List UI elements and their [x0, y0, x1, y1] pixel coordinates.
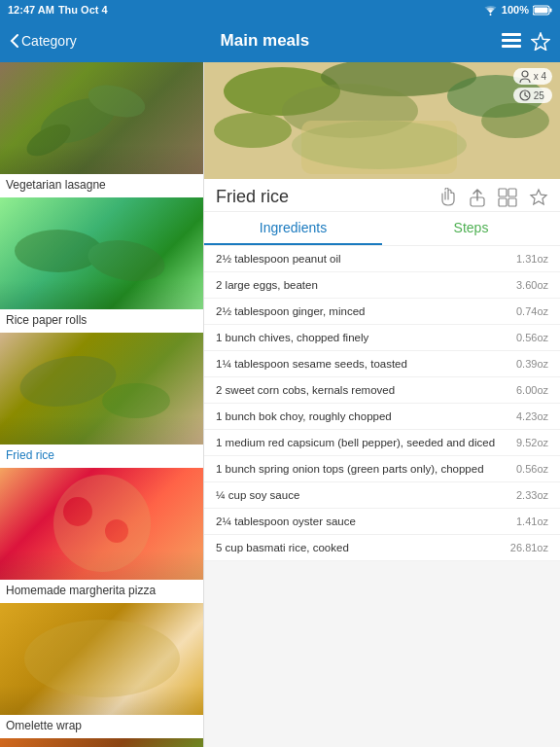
- status-bar: 12:47 AM Thu Oct 4 100%: [0, 0, 560, 19]
- svg-rect-2: [550, 8, 552, 12]
- sidebar-item-fried-rice[interactable]: Fried rice: [0, 333, 204, 468]
- ingredient-amount: 1.41oz: [516, 516, 548, 527]
- svg-point-36: [522, 71, 528, 77]
- ingredient-row: 2½ tablespoon ginger, minced0.74oz: [204, 299, 560, 325]
- ingredients-list: 2½ tablespoon peanut oil1.31oz2 large eg…: [204, 246, 560, 747]
- svg-point-35: [292, 121, 467, 169]
- time-value: 25: [534, 90, 544, 101]
- svg-rect-5: [502, 39, 521, 42]
- ingredient-name: 5 cup basmati rice, cooked: [216, 542, 510, 553]
- ingredient-amount: 2.33oz: [516, 489, 548, 501]
- svg-point-17: [24, 620, 180, 697]
- svg-rect-3: [535, 7, 548, 13]
- person-icon: [519, 70, 531, 83]
- status-bar-left: 12:47 AM Thu Oct 4: [8, 4, 108, 16]
- recipe-title-icons: [439, 188, 548, 207]
- status-battery: 100%: [502, 4, 529, 16]
- status-bar-right: 100%: [483, 4, 552, 16]
- ingredient-name: 1 medium red capsicum (bell pepper), see…: [216, 437, 516, 448]
- ingredient-name: ¼ cup soy sauce: [216, 489, 516, 501]
- time-badge: 25: [513, 88, 552, 103]
- star-icon[interactable]: [531, 32, 550, 51]
- content-panel: x 4 25 Fried rice: [204, 62, 560, 747]
- ingredient-row: 2½ tablespoon peanut oil1.31oz: [204, 246, 560, 272]
- nav-icons: [502, 32, 550, 51]
- sidebar-item-omelette[interactable]: Omelette wrap: [0, 603, 204, 738]
- svg-point-32: [214, 113, 292, 148]
- ingredient-amount: 0.56oz: [516, 332, 548, 343]
- ingredient-row: 2 sweet corn cobs, kernals removed6.00oz: [204, 377, 560, 404]
- ingredient-row: 1 bunch bok choy, roughly chopped4.23oz: [204, 404, 560, 430]
- sidebar-label-rice-rolls: Rice paper rolls: [0, 309, 204, 333]
- sidebar-label-omelette: Omelette wrap: [0, 715, 204, 738]
- ingredient-amount: 4.23oz: [516, 410, 548, 422]
- ingredient-row: 5 cup basmati rice, cooked26.81oz: [204, 535, 560, 561]
- main-layout: Vegetarian lasagne Rice paper rolls: [0, 62, 560, 747]
- tab-steps[interactable]: Steps: [382, 212, 560, 245]
- ingredient-row: 1 bunch chives, chopped finely0.56oz: [204, 325, 560, 351]
- svg-rect-4: [502, 33, 521, 36]
- recipe-title-bar: Fried rice: [204, 179, 560, 212]
- tab-ingredients[interactable]: Ingredients: [204, 212, 382, 245]
- ingredient-name: 1¼ tablespoon sesame seeds, toasted: [216, 358, 516, 370]
- ingredient-name: 2½ tablespoon peanut oil: [216, 253, 516, 265]
- svg-rect-6: [502, 45, 521, 48]
- status-time: 12:47 AM: [8, 4, 54, 16]
- hero-badges: x 4 25: [513, 68, 552, 103]
- ingredient-amount: 0.74oz: [516, 305, 548, 317]
- serving-count: x 4: [534, 71, 546, 82]
- wifi-icon: [483, 5, 498, 16]
- sidebar-label-pizza: Homemade margherita pizza: [0, 580, 204, 603]
- sidebar-item-pizza[interactable]: Homemade margherita pizza: [0, 468, 204, 603]
- hero-image: x 4 25: [204, 62, 560, 179]
- ingredient-name: 2 sweet corn cobs, kernals removed: [216, 384, 516, 396]
- share-icon[interactable]: [469, 188, 486, 207]
- svg-point-16: [105, 519, 128, 543]
- ingredient-row: ¼ cup soy sauce2.33oz: [204, 482, 560, 509]
- ingredient-row: 1 bunch spring onion tops (green parts o…: [204, 456, 560, 482]
- ingredient-row: 2 large eggs, beaten3.60oz: [204, 272, 560, 299]
- ingredient-amount: 26.81oz: [510, 542, 548, 553]
- svg-rect-40: [508, 189, 516, 196]
- ingredient-row: 1 medium red capsicum (bell pepper), see…: [204, 430, 560, 456]
- sidebar-item-veg-lasagne[interactable]: Vegetarian lasagne: [0, 62, 204, 197]
- ingredient-amount: 0.56oz: [516, 463, 548, 475]
- svg-point-33: [481, 103, 549, 138]
- ingredient-amount: 1.31oz: [516, 253, 548, 265]
- ingredient-amount: 3.60oz: [516, 279, 548, 291]
- ingredient-row: 2¼ tablespoon oyster sauce1.41oz: [204, 509, 560, 535]
- nav-title: Main meals: [28, 31, 502, 51]
- sidebar-label-veg-lasagne: Vegetarian lasagne: [0, 174, 204, 197]
- ingredient-name: 1 bunch spring onion tops (green parts o…: [216, 463, 516, 475]
- sidebar: Vegetarian lasagne Rice paper rolls: [0, 62, 204, 747]
- ingredient-name: 1 bunch bok choy, roughly chopped: [216, 410, 516, 422]
- grid-icon[interactable]: [498, 188, 517, 207]
- svg-point-0: [489, 14, 491, 16]
- svg-rect-39: [499, 189, 507, 196]
- ingredient-amount: 0.39oz: [516, 358, 548, 370]
- battery-icon: [533, 5, 552, 16]
- svg-point-13: [102, 383, 170, 418]
- chevron-left-icon: [10, 33, 19, 49]
- serving-badge: x 4: [513, 68, 552, 85]
- recipe-star-icon[interactable]: [529, 188, 548, 207]
- gesture-icon[interactable]: [439, 188, 457, 207]
- ingredient-name: 2¼ tablespoon oyster sauce: [216, 516, 516, 527]
- tabs-bar: Ingredients Steps: [204, 212, 560, 246]
- ingredient-name: 2 large eggs, beaten: [216, 279, 516, 291]
- svg-point-15: [63, 497, 92, 526]
- ingredient-name: 1 bunch chives, chopped finely: [216, 332, 516, 343]
- nav-bar: Category Main meals: [0, 19, 560, 62]
- ingredient-name: 2½ tablespoon ginger, minced: [216, 305, 516, 317]
- ingredient-amount: 9.52oz: [516, 437, 548, 448]
- ingredient-amount: 6.00oz: [516, 384, 548, 396]
- svg-point-14: [53, 475, 151, 572]
- svg-point-10: [15, 230, 102, 272]
- recipe-title: Fried rice: [216, 187, 289, 207]
- sidebar-item-tuna[interactable]: Tuna and sweet potato patties: [0, 738, 204, 747]
- ingredient-row: 1¼ tablespoon sesame seeds, toasted0.39o…: [204, 351, 560, 377]
- list-icon[interactable]: [502, 32, 521, 50]
- clock-icon: [519, 89, 531, 101]
- svg-rect-42: [508, 198, 516, 206]
- sidebar-item-rice-rolls[interactable]: Rice paper rolls: [0, 197, 204, 333]
